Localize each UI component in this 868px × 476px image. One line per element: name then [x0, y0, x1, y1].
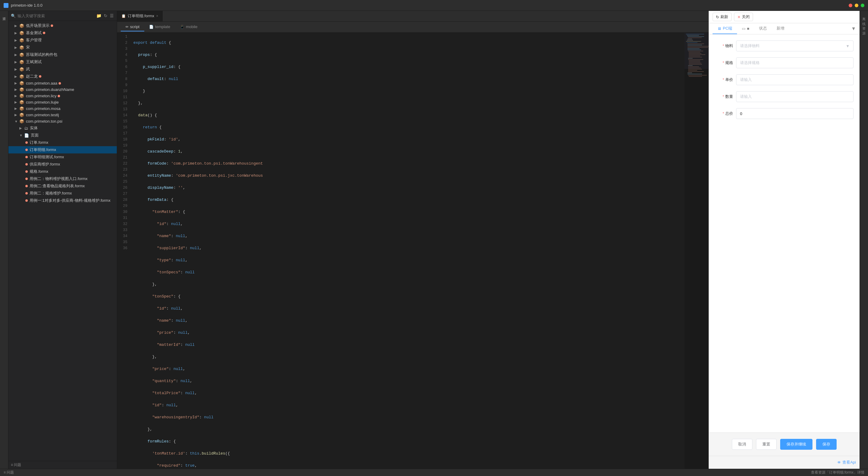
- right-strip-resource[interactable]: 资: [861, 23, 867, 25]
- refresh-btn[interactable]: ↻ 刷新: [713, 13, 732, 21]
- tree-item-customer-mgmt[interactable]: ▶ 📦 客户管理: [8, 36, 117, 44]
- tree-item-wang-test[interactable]: ▶ 📦 王斌测试: [8, 58, 117, 65]
- form-row-spec: 规格 请选择规格: [715, 57, 854, 68]
- tree-item-label: 用例二:查看物品规格列表.formx: [30, 183, 85, 189]
- total-price-input[interactable]: 0: [736, 108, 854, 119]
- tree-item-low-scene[interactable]: ▶ 📦 低开场景演示: [8, 22, 117, 29]
- search-input[interactable]: [18, 13, 94, 18]
- chevron-right-icon: ▶: [14, 60, 18, 64]
- tree-item-example1-supplier-formx[interactable]: 用例一:1对多对多-供应商-物料-规格维护.formx: [8, 197, 117, 204]
- tree-item-label: 宋: [26, 45, 30, 50]
- preview-dropdown-btn[interactable]: ▼: [851, 26, 856, 31]
- save-continue-button[interactable]: 保存并继续: [780, 439, 812, 450]
- folder-icon: 📦: [19, 60, 24, 64]
- reset-button[interactable]: 重置: [756, 439, 777, 450]
- preview-tab-add[interactable]: 新增: [772, 23, 789, 34]
- minimize-btn[interactable]: [855, 4, 858, 7]
- folder-icon: 📦: [19, 87, 24, 92]
- tree-item-com-primeton-liujie[interactable]: ▶ 📦 com.primeton.liujie: [8, 99, 117, 106]
- close-btn[interactable]: [849, 4, 852, 7]
- formx-dot: [25, 163, 28, 166]
- editor-tab-order-detail[interactable]: 📋 订单明细.formx ×: [117, 11, 163, 22]
- material-placeholder: 请选择物料: [740, 43, 760, 49]
- script-icon: ✏: [126, 25, 129, 29]
- form-row-total-price: 总价 0: [715, 108, 854, 119]
- file-tree-search-bar: 🔍 📁 ↻ ☰: [8, 11, 117, 21]
- status-bar: ≡ 问题: [8, 461, 117, 469]
- page-icon: 📄: [24, 133, 29, 138]
- close-preview-btn[interactable]: ✕ 关闭: [734, 13, 753, 21]
- tree-item-surui-test[interactable]: ▶ 📦 苏瑞测试的构件包: [8, 51, 117, 58]
- tree-item-order-formx[interactable]: 订单.formx: [8, 139, 117, 146]
- folder-icon: 📦: [19, 67, 24, 71]
- chevron-right-icon: ▶: [14, 107, 18, 111]
- tree-item-page-group[interactable]: ▼ 📄 页面: [8, 132, 117, 139]
- status-problem[interactable]: ≡ 问题: [11, 463, 21, 467]
- svg-rect-34: [687, 74, 702, 74]
- tree-item-supplier-maintain-formx[interactable]: 供应商维护.formx: [8, 161, 117, 168]
- tree-item-entity-group[interactable]: ▶ 🗂 实体: [8, 124, 117, 132]
- tree-item-song[interactable]: ▶ 📦 宋: [8, 44, 117, 51]
- maximize-btn[interactable]: [861, 4, 864, 7]
- bottom-problems[interactable]: ≡ 问题: [4, 470, 14, 475]
- unit-price-input[interactable]: 请输入: [736, 74, 854, 85]
- editor-area: 📋 订单明细.formx × ✏ script 📄 template 📱 mob…: [117, 11, 709, 469]
- formx-icon: 📋: [121, 14, 126, 18]
- svg-rect-32: [688, 71, 704, 72]
- tree-item-example2-material-view-formx[interactable]: 用例二：物料维护视图入口.formx: [8, 175, 117, 182]
- tree-item-zhao-erlong[interactable]: ▶ 📦 赵二龙: [8, 73, 117, 80]
- preview-tab-pc[interactable]: 🖥 PC端: [713, 23, 737, 34]
- api-link[interactable]: 查看Api: [842, 460, 856, 465]
- template-icon: 📄: [149, 25, 154, 29]
- tree-item-order-detail-formx[interactable]: 订单明细.formx: [8, 146, 117, 153]
- tree-item-label: com.primeton.ton.psi: [26, 119, 62, 123]
- svg-rect-33: [687, 72, 692, 73]
- collapse-tree-btn[interactable]: ☰: [109, 13, 114, 19]
- tree-item-spec-formx[interactable]: 规格.formx: [8, 168, 117, 175]
- tree-item-wu[interactable]: ▶ 📦 武: [8, 65, 117, 73]
- tree-item-label: 武: [26, 66, 30, 72]
- subtab-template-label: template: [155, 25, 170, 29]
- tree-item-com-primeton-mosa[interactable]: ▶ 📦 com.primeton.mosa: [8, 106, 117, 112]
- formx-dot: [25, 141, 28, 144]
- preview-tab-status[interactable]: 状态: [754, 23, 772, 34]
- spec-input[interactable]: 请选择规格: [736, 57, 854, 68]
- tree-item-label: 王斌测试: [26, 59, 42, 65]
- subtab-mobile[interactable]: 📱 mobile: [175, 23, 202, 31]
- tree-item-com-primeton-licy[interactable]: ▶ 📦 com.primeton.licy: [8, 93, 117, 99]
- preview-tab-tablet[interactable]: ▭ ■: [737, 24, 754, 34]
- subtab-script[interactable]: ✏ script: [121, 23, 144, 31]
- material-input[interactable]: 请选择物料 ▼: [736, 40, 854, 51]
- sidebar-strip-resource[interactable]: 资源: [1, 13, 7, 16]
- tree-item-com-primeton-aaa[interactable]: ▶ 📦 com.primeton.aaa: [8, 80, 117, 86]
- save-button[interactable]: 保存: [816, 439, 837, 450]
- folder-icon: 📦: [19, 100, 24, 105]
- tree-item-com-primeton-duanzh[interactable]: ▶ 📦 com.primeton.duanzhName: [8, 86, 117, 93]
- form-row-quantity: 数量 请输入: [715, 91, 854, 102]
- cancel-button[interactable]: 取消: [732, 439, 752, 450]
- editor-tabs: 📋 订单明细.formx ×: [117, 11, 709, 22]
- formx-dot: [25, 178, 28, 180]
- tree-item-order-detail-test-formx[interactable]: 订单明细测试.formx: [8, 153, 117, 161]
- subtab-template[interactable]: 📄 template: [144, 23, 175, 31]
- tree-item-example2-spec-maintain-formx[interactable]: 用例二：规格维护.formx: [8, 190, 117, 197]
- code-editor[interactable]: export default { props: { p_supplier_id:…: [130, 33, 684, 469]
- right-strip-offline[interactable]: 离: [861, 13, 867, 16]
- tree-item-label: 客户管理: [26, 37, 42, 43]
- new-folder-btn[interactable]: 📁: [96, 13, 102, 19]
- chevron-right-icon: ▶: [14, 46, 18, 50]
- tree-item-example2-material-spec-formx[interactable]: 用例二:查看物品规格列表.formx: [8, 182, 117, 190]
- tree-item-com-primeton-ton-psi[interactable]: ▼ 📦 com.primeton.ton.psi: [8, 118, 117, 124]
- bottom-source-info: 查看资源「订单明细.formx」详情: [811, 470, 864, 475]
- chevron-right-icon: ▶: [14, 100, 18, 104]
- refresh-tree-btn[interactable]: ↻: [103, 13, 108, 19]
- code-subtabs: ✏ script 📄 template 📱 mobile: [117, 22, 709, 33]
- right-strip-source[interactable]: 源: [861, 28, 867, 30]
- folder-icon: 📦: [19, 113, 24, 117]
- right-strip-line[interactable]: 线: [861, 18, 867, 21]
- tree-item-com-primeton-testlj[interactable]: ▶ 📦 com.primeton.testlj: [8, 112, 117, 118]
- tree-item-base-test[interactable]: ▶ 📦 基金测试: [8, 29, 117, 36]
- error-badge: [51, 25, 53, 27]
- quantity-input[interactable]: 请输入: [736, 91, 854, 102]
- tab-close-btn[interactable]: ×: [156, 14, 158, 18]
